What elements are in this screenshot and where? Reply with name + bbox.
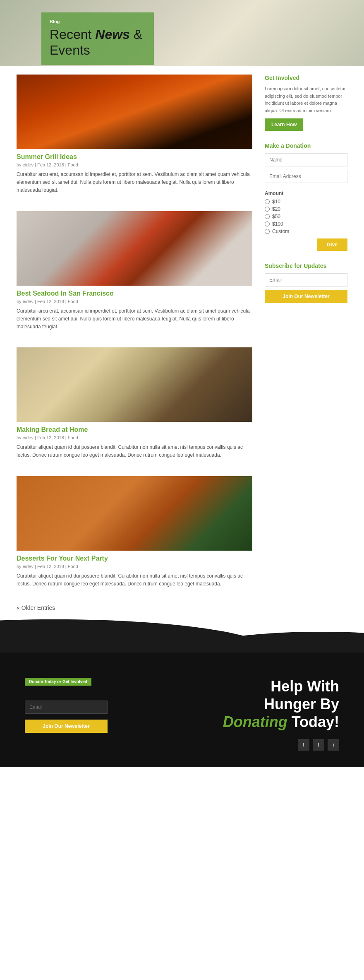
donate-badge: Donate Today or Get Involved [25,678,91,686]
amount-100[interactable]: $100 [265,221,347,227]
radio-100[interactable] [265,222,270,226]
post-3-title[interactable]: Making Bread at Home [17,426,252,433]
instagram-icon[interactable]: i [328,739,339,751]
post-1-title[interactable]: Summer Grill Ideas [17,153,252,161]
headline-today: Today! [292,713,339,730]
sidebar-donation: Make a Donation Amount $10 $20 $50 [265,142,347,251]
post-2-image [17,211,252,286]
footer-newsletter: Join Our Newsletter [25,701,174,733]
post-1-excerpt: Curabitur arcu erat, accumsan id imperdi… [17,171,252,195]
post-1-meta: by eidev | Feb 12, 2018 | Food [17,162,252,167]
footer-newsletter-button[interactable]: Join Our Newsletter [25,720,108,733]
post-4-title[interactable]: Desserts For Your Next Party [17,555,252,562]
amount-custom[interactable]: Custom [265,229,347,234]
hero-title-news: News [95,27,130,42]
post-1-image [17,75,252,149]
post-4-excerpt: Curabitur aliquet quam id dui posuere bl… [17,572,252,588]
footer-left: Donate Today or Get Involved Join Our Ne… [25,677,174,733]
headline-help: Help With [271,678,339,695]
blog-posts: Summer Grill Ideas by eidev | Feb 12, 20… [17,75,252,611]
post-4-image [17,476,252,551]
post-3-image [17,347,252,422]
sidebar-newsletter: Subscribe for Updates Join Our Newslette… [265,262,347,303]
headline-by: By [320,696,339,713]
sidebar: Get Involved Lorem ipsum dolor sit amet,… [265,75,347,611]
learn-how-button[interactable]: Learn How [265,118,303,131]
footer-right: Help With Hunger By Donating Today! f t … [190,677,339,751]
subscribe-email-input[interactable] [265,273,347,287]
post-3: Making Bread at Home by eidev | Feb 12, … [17,347,252,459]
older-entries[interactable]: « Older Entries [17,604,252,611]
footer-email-input[interactable] [25,701,108,714]
donation-name-input[interactable] [265,153,347,166]
amount-20[interactable]: $20 [265,206,347,212]
twitter-icon[interactable]: t [313,739,324,751]
blog-label: Blog [50,19,142,24]
hero-green-box: Blog Recent News & Events [41,12,154,65]
amount-50-label: $50 [272,214,280,219]
footer-content: Donate Today or Get Involved Join Our Ne… [25,669,339,751]
social-icons: f t i [190,739,339,751]
post-2-excerpt: Curabitur arcu erat, accumsan id imperdi… [17,307,252,331]
footer-dark: Donate Today or Get Involved Join Our Ne… [0,653,364,768]
post-3-meta: by eidev | Feb 12, 2018 | Food [17,435,252,440]
headline-hunger: Hunger [264,696,316,713]
give-button[interactable]: Give [317,238,347,251]
amount-label: Amount [265,190,347,196]
donation-amounts: Amount $10 $20 $50 $100 [265,190,347,234]
facebook-icon[interactable]: f [298,739,309,751]
hero-section: Blog Recent News & Events [0,0,364,66]
post-2: Best Seafood In San Francisco by eidev |… [17,211,252,331]
post-3-excerpt: Curabitur aliquet quam id dui posuere bl… [17,443,252,459]
join-newsletter-button[interactable]: Join Our Newsletter [265,290,347,303]
amount-custom-label: Custom [272,229,289,234]
donation-title: Make a Donation [265,142,347,149]
radio-10[interactable] [265,199,270,204]
radio-50[interactable] [265,214,270,219]
get-involved-text: Lorem ipsum dolor sit amet, consectetur … [265,85,347,114]
older-entries-link[interactable]: « Older Entries [17,604,55,611]
footer-headline: Help With Hunger By Donating Today! [190,677,339,731]
amount-10-label: $10 [272,199,280,205]
donation-email-input[interactable] [265,170,347,183]
radio-20[interactable] [265,207,270,212]
post-2-meta: by eidev | Feb 12, 2018 | Food [17,299,252,304]
amount-10[interactable]: $10 [265,199,347,205]
footer: Donate Today or Get Involved Join Our Ne… [0,619,364,768]
amount-100-label: $100 [272,221,283,227]
main-container: Summer Grill Ideas by eidev | Feb 12, 20… [0,66,364,619]
hero-title-events: Events [50,43,90,58]
subscribe-title: Subscribe for Updates [265,262,347,269]
post-1: Summer Grill Ideas by eidev | Feb 12, 20… [17,75,252,195]
sidebar-get-involved: Get Involved Lorem ipsum dolor sit amet,… [265,75,347,131]
post-2-title[interactable]: Best Seafood In San Francisco [17,290,252,297]
hero-title: Recent News & Events [50,26,142,58]
post-4: Desserts For Your Next Party by eidev | … [17,476,252,588]
amount-20-label: $20 [272,206,280,212]
hero-title-part1: Recent News & [50,27,142,42]
headline-donating: Donating [223,713,287,730]
amount-50[interactable]: $50 [265,214,347,219]
post-4-meta: by eidev | Feb 12, 2018 | Food [17,564,252,569]
get-involved-title: Get Involved [265,75,347,81]
radio-custom[interactable] [265,229,270,234]
